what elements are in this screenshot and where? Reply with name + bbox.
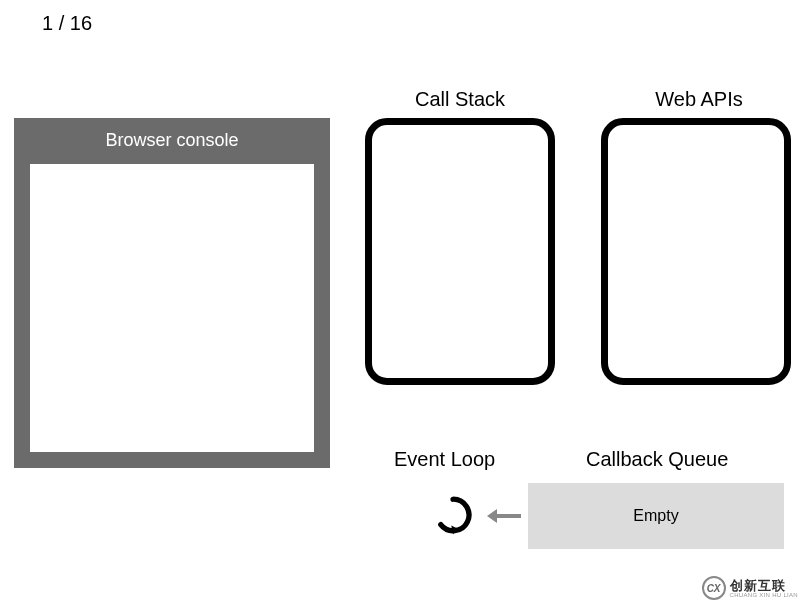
- watermark: CX 创新互联 CHUANG XIN HU LIAN: [702, 576, 798, 600]
- watermark-text: 创新互联 CHUANG XIN HU LIAN: [730, 579, 798, 598]
- page-counter: 1 / 16: [42, 12, 92, 35]
- callback-queue-content: Empty: [633, 507, 678, 525]
- event-loop-label: Event Loop: [394, 448, 495, 471]
- watermark-cn: 创新互联: [730, 579, 798, 592]
- browser-console-title: Browser console: [14, 130, 330, 151]
- web-apis-box: [601, 118, 791, 385]
- arrow-left-icon: [487, 507, 523, 525]
- watermark-en: CHUANG XIN HU LIAN: [730, 592, 798, 598]
- browser-console-output: [30, 164, 314, 452]
- call-stack-box: [365, 118, 555, 385]
- browser-console-panel: Browser console: [14, 118, 330, 468]
- watermark-logo: CX: [702, 576, 726, 600]
- event-loop-icon: [432, 494, 474, 536]
- callback-queue-box: Empty: [528, 483, 784, 549]
- call-stack-label: Call Stack: [405, 88, 515, 111]
- web-apis-label: Web APIs: [644, 88, 754, 111]
- callback-queue-label: Callback Queue: [586, 448, 728, 471]
